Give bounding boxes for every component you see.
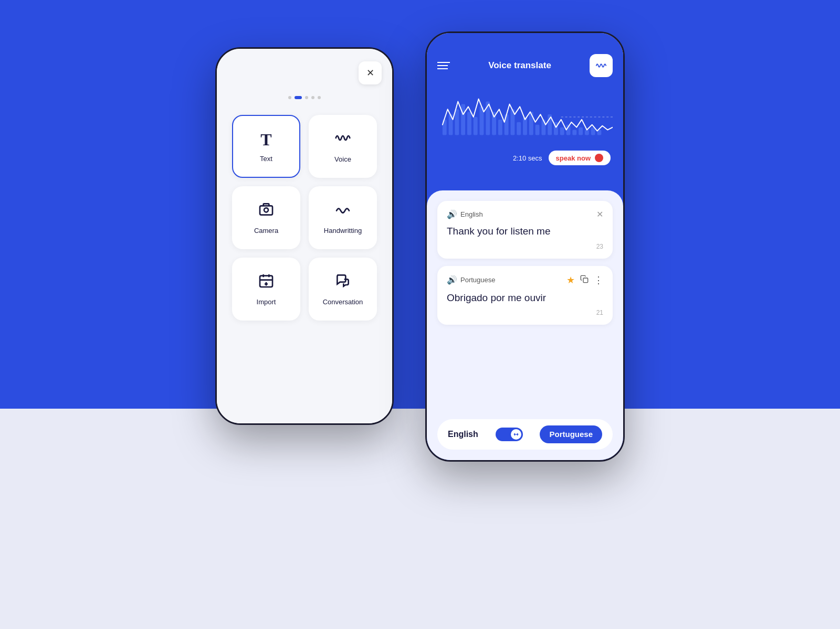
menu-item-import[interactable]: Import <box>232 258 300 321</box>
waveform-area: 2:10 secs speak now <box>427 86 623 190</box>
menu-label-handwriting: Handwritting <box>324 227 362 234</box>
menu-label-text: Text <box>260 155 272 163</box>
portuguese-translation-text: Obrigado por me ouvir <box>447 291 603 305</box>
svg-rect-17 <box>529 112 533 135</box>
voice-icon-button[interactable] <box>590 54 613 77</box>
page-indicator <box>288 96 321 99</box>
svg-rect-19 <box>541 120 545 135</box>
phone1-screen: ✕ T Text <box>217 49 392 423</box>
svg-rect-13 <box>505 114 509 135</box>
svg-rect-7 <box>467 112 471 135</box>
dot-4 <box>311 96 314 99</box>
waveform-visualization <box>437 91 613 143</box>
switcher-left-lang: English <box>448 430 478 439</box>
svg-rect-22 <box>560 127 564 135</box>
menu-label-import: Import <box>257 298 276 306</box>
dot-3 <box>305 96 308 99</box>
svg-rect-25 <box>579 127 583 135</box>
menu-label-conversation: Conversation <box>323 298 363 306</box>
phone-voice-translate: Voice translate <box>425 31 625 462</box>
phones-container: ✕ T Text <box>215 31 625 462</box>
menu-item-camera[interactable]: Camera <box>232 186 300 249</box>
timer-row: 2:10 secs speak now <box>437 145 613 170</box>
svg-rect-24 <box>572 130 576 135</box>
switcher-right-lang: Portuguese <box>549 430 593 439</box>
conversation-icon <box>334 272 351 293</box>
portuguese-card-header: 🔊 Portuguese ★ ⋮ <box>447 274 603 286</box>
language-switcher[interactable]: English Portuguese <box>437 419 613 450</box>
english-lang-label: English <box>460 210 483 218</box>
app-title: Voice translate <box>488 60 551 71</box>
hamburger-line-3 <box>437 68 448 69</box>
switcher-right-lang-badge: Portuguese <box>540 425 602 443</box>
english-char-count: 23 <box>447 243 603 250</box>
text-icon: T <box>260 130 271 150</box>
speak-now-button[interactable]: speak now <box>549 151 611 165</box>
svg-rect-26 <box>585 130 589 135</box>
english-card-header: 🔊 English ✕ <box>447 209 603 219</box>
svg-rect-8 <box>474 117 478 135</box>
handwriting-icon <box>334 201 351 221</box>
menu-grid: T Text Voice <box>222 115 387 321</box>
english-translation-card: 🔊 English ✕ Thank you for listen me 23 <box>437 201 613 259</box>
copy-icon[interactable] <box>580 275 589 285</box>
import-icon <box>258 272 275 293</box>
close-icon: ✕ <box>366 67 374 79</box>
svg-rect-12 <box>498 120 502 135</box>
dot-2-active <box>295 96 302 99</box>
svg-rect-0 <box>260 206 272 215</box>
more-options-icon[interactable]: ⋮ <box>594 274 603 286</box>
hamburger-line-2 <box>437 65 448 66</box>
portuguese-card-actions: ★ ⋮ <box>566 274 603 286</box>
timer-display: 2:10 secs <box>513 154 542 162</box>
language-toggle-switch[interactable] <box>496 428 523 441</box>
menu-item-voice[interactable]: Voice <box>309 115 377 178</box>
english-card-close[interactable]: ✕ <box>596 209 603 219</box>
toggle-thumb <box>511 429 521 440</box>
hamburger-line-1 <box>437 62 450 63</box>
dot-1 <box>288 96 291 99</box>
svg-rect-5 <box>455 109 459 135</box>
svg-rect-30 <box>583 278 588 283</box>
menu-item-handwriting[interactable]: Handwritting <box>309 186 377 249</box>
svg-point-1 <box>264 208 268 212</box>
english-sound-icon[interactable]: 🔊 <box>447 209 457 219</box>
toggle-arrow-icon <box>513 431 519 438</box>
close-button[interactable]: ✕ <box>359 61 382 84</box>
favorite-star-icon[interactable]: ★ <box>566 274 575 286</box>
hamburger-menu[interactable] <box>437 62 450 69</box>
voice-icon <box>334 130 351 150</box>
phone-menu: ✕ T Text <box>215 47 394 425</box>
svg-rect-15 <box>517 122 521 135</box>
camera-icon <box>258 201 275 221</box>
translation-cards-area: 🔊 English ✕ Thank you for listen me 23 🔊… <box>427 190 623 460</box>
recording-indicator <box>595 154 603 162</box>
menu-label-voice: Voice <box>334 155 351 163</box>
phone2-screen: Voice translate <box>427 33 623 460</box>
portuguese-lang-label: Portuguese <box>460 276 496 284</box>
speak-now-label: speak now <box>556 154 591 162</box>
menu-item-text[interactable]: T Text <box>232 115 300 178</box>
portuguese-char-count: 21 <box>447 309 603 316</box>
english-translation-text: Thank you for listen me <box>447 225 603 239</box>
dot-5 <box>318 96 321 99</box>
portuguese-translation-card: 🔊 Portuguese ★ ⋮ <box>437 266 613 325</box>
svg-rect-6 <box>461 104 465 135</box>
menu-item-conversation[interactable]: Conversation <box>309 258 377 321</box>
menu-label-camera: Camera <box>254 227 278 234</box>
svg-rect-18 <box>536 125 540 135</box>
app-header: Voice translate <box>427 33 623 86</box>
waveform-icon <box>595 60 607 71</box>
portuguese-sound-icon[interactable]: 🔊 <box>447 275 457 285</box>
english-lang-indicator: 🔊 English <box>447 209 483 219</box>
portuguese-lang-indicator: 🔊 Portuguese <box>447 275 496 285</box>
